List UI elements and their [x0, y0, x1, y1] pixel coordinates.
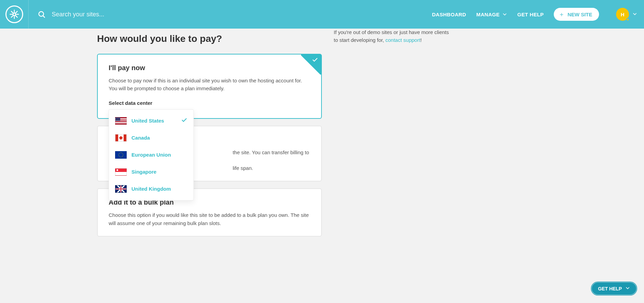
- dc-option-label: European Union: [131, 152, 187, 158]
- page-title: How would you like to pay?: [97, 33, 322, 44]
- plus-icon: ＋: [559, 11, 565, 17]
- app-header: DASHBOARD MANAGE GET HELP ＋ NEW SITE H: [0, 0, 644, 29]
- chevron-down-icon: [632, 12, 637, 17]
- flag-us-icon: [115, 117, 127, 125]
- logo-icon: [5, 5, 23, 23]
- dc-option-sg[interactable]: Singapore: [109, 163, 193, 180]
- dc-option-ca[interactable]: Canada: [109, 129, 193, 146]
- search-bar: [29, 10, 432, 18]
- check-icon: [181, 117, 187, 124]
- flag-sg-icon: [115, 168, 127, 176]
- get-help-floating-button[interactable]: GET HELP: [591, 282, 637, 296]
- option-pay-now-title: I'll pay now: [109, 64, 310, 72]
- nav-get-help[interactable]: GET HELP: [517, 12, 544, 17]
- new-site-label: NEW SITE: [567, 12, 592, 17]
- avatar-initial: H: [621, 12, 625, 17]
- search-icon: [37, 10, 46, 18]
- side-column: If you're out of demo sites or just have…: [334, 29, 450, 243]
- data-center-panel: United StatesCanadaEuropean UnionSingapo…: [109, 109, 194, 201]
- flag-eu-icon: [115, 151, 127, 159]
- side-help-text: If you're out of demo sites or just have…: [334, 29, 450, 44]
- main-nav: DASHBOARD MANAGE GET HELP ＋ NEW SITE H: [432, 8, 637, 21]
- desc-part2: life span.: [233, 165, 253, 171]
- nav-get-help-label: GET HELP: [517, 12, 544, 17]
- page-body: How would you like to pay? I'll pay now …: [0, 29, 644, 284]
- dc-option-label: United States: [131, 118, 176, 124]
- chevron-down-icon: [625, 286, 630, 291]
- dc-option-eu[interactable]: European Union: [109, 146, 193, 163]
- flag-ca-icon: [115, 134, 127, 142]
- option-pay-now-desc: Choose to pay now if this is an individu…: [109, 77, 310, 93]
- dc-option-label: Singapore: [131, 169, 187, 175]
- contact-support-link[interactable]: contact support: [386, 37, 421, 43]
- nav-dashboard[interactable]: DASHBOARD: [432, 12, 466, 17]
- select-dc-label: Select data center: [109, 100, 310, 106]
- selected-corner-icon: [301, 54, 321, 75]
- flag-uk-icon: [115, 185, 127, 193]
- avatar: H: [616, 8, 629, 21]
- nav-manage-label: MANAGE: [476, 12, 500, 17]
- dc-option-uk[interactable]: United Kingdom: [109, 180, 193, 197]
- account-menu[interactable]: H: [616, 8, 637, 21]
- status-dot-icon: [626, 18, 629, 21]
- side-text-suffix: !: [420, 37, 422, 43]
- option-pay-now[interactable]: I'll pay now Choose to pay now if this i…: [97, 54, 322, 119]
- main-column: How would you like to pay? I'll pay now …: [97, 29, 322, 243]
- chevron-down-icon: [502, 12, 507, 17]
- logo[interactable]: [0, 0, 29, 29]
- get-help-label: GET HELP: [598, 286, 622, 291]
- nav-dashboard-label: DASHBOARD: [432, 12, 466, 17]
- option-bulk-plan-desc: Choose this option if you would like thi…: [109, 211, 310, 227]
- dc-option-label: Canada: [131, 135, 187, 141]
- search-input[interactable]: [52, 11, 423, 18]
- new-site-button[interactable]: ＋ NEW SITE: [554, 8, 599, 21]
- dc-option-label: United Kingdom: [131, 186, 187, 192]
- nav-manage[interactable]: MANAGE: [476, 12, 507, 17]
- dc-option-us[interactable]: United States: [109, 112, 193, 129]
